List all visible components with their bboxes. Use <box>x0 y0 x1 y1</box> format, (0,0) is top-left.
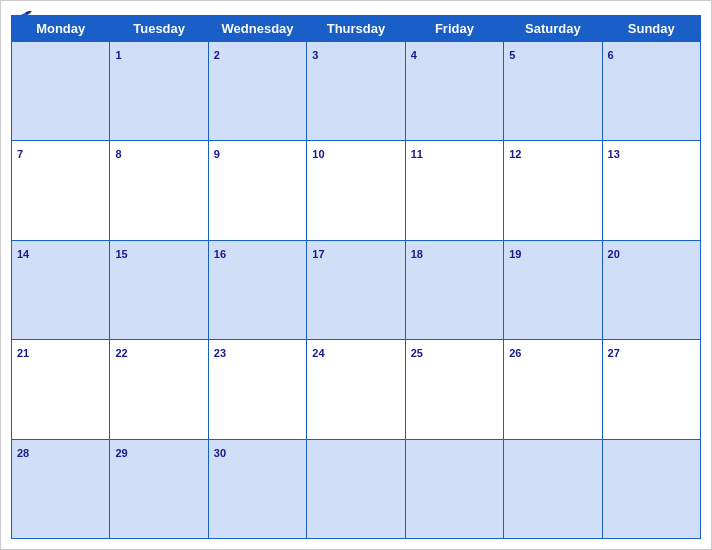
day-number: 14 <box>17 248 29 260</box>
logo-bird-icon <box>11 9 33 27</box>
day-header-thursday: Thursday <box>307 16 405 42</box>
day-number: 27 <box>608 347 620 359</box>
day-cell: 24 <box>307 340 405 439</box>
day-number: 21 <box>17 347 29 359</box>
day-cell: 15 <box>110 241 208 340</box>
day-number: 9 <box>214 148 220 160</box>
weeks-container: 1234567891011121314151617181920212223242… <box>12 42 701 539</box>
day-cell: 18 <box>406 241 504 340</box>
day-cell: 2 <box>209 42 307 141</box>
day-cell: 23 <box>209 340 307 439</box>
day-cell: 5 <box>504 42 602 141</box>
day-cell: 27 <box>603 340 701 439</box>
day-cell: 29 <box>110 440 208 539</box>
day-number: 18 <box>411 248 423 260</box>
day-cell <box>12 42 110 141</box>
day-number: 1 <box>115 49 121 61</box>
day-cell: 30 <box>209 440 307 539</box>
day-number: 23 <box>214 347 226 359</box>
day-headers: MondayTuesdayWednesdayThursdayFridaySatu… <box>12 16 701 42</box>
day-number: 8 <box>115 148 121 160</box>
day-header-wednesday: Wednesday <box>209 16 307 42</box>
day-number: 15 <box>115 248 127 260</box>
day-number: 26 <box>509 347 521 359</box>
day-header-friday: Friday <box>406 16 504 42</box>
day-cell: 13 <box>603 141 701 240</box>
day-number: 17 <box>312 248 324 260</box>
day-number: 5 <box>509 49 515 61</box>
day-cell: 19 <box>504 241 602 340</box>
day-cell: 25 <box>406 340 504 439</box>
calendar-container: MondayTuesdayWednesdayThursdayFridaySatu… <box>0 0 712 550</box>
day-number: 30 <box>214 447 226 459</box>
day-number: 3 <box>312 49 318 61</box>
day-cell: 16 <box>209 241 307 340</box>
day-number: 24 <box>312 347 324 359</box>
week-row-0: 123456 <box>12 42 701 141</box>
day-cell: 9 <box>209 141 307 240</box>
day-number: 29 <box>115 447 127 459</box>
day-number: 28 <box>17 447 29 459</box>
day-cell: 1 <box>110 42 208 141</box>
day-header-tuesday: Tuesday <box>110 16 208 42</box>
day-cell <box>603 440 701 539</box>
day-cell: 12 <box>504 141 602 240</box>
day-cell: 17 <box>307 241 405 340</box>
day-number: 6 <box>608 49 614 61</box>
day-number: 13 <box>608 148 620 160</box>
week-row-4: 282930 <box>12 440 701 539</box>
week-row-2: 14151617181920 <box>12 241 701 340</box>
day-cell: 22 <box>110 340 208 439</box>
day-number: 7 <box>17 148 23 160</box>
day-cell: 28 <box>12 440 110 539</box>
day-number: 25 <box>411 347 423 359</box>
day-cell: 14 <box>12 241 110 340</box>
day-number: 19 <box>509 248 521 260</box>
day-cell: 21 <box>12 340 110 439</box>
day-number: 2 <box>214 49 220 61</box>
day-number: 12 <box>509 148 521 160</box>
day-header-sunday: Sunday <box>603 16 701 42</box>
day-cell: 26 <box>504 340 602 439</box>
day-cell: 8 <box>110 141 208 240</box>
day-cell <box>504 440 602 539</box>
day-number: 11 <box>411 148 423 160</box>
day-number: 10 <box>312 148 324 160</box>
week-row-3: 21222324252627 <box>12 340 701 439</box>
day-number: 22 <box>115 347 127 359</box>
day-cell <box>307 440 405 539</box>
day-cell: 10 <box>307 141 405 240</box>
day-cell: 6 <box>603 42 701 141</box>
day-cell: 4 <box>406 42 504 141</box>
day-cell: 3 <box>307 42 405 141</box>
day-cell: 11 <box>406 141 504 240</box>
week-row-1: 78910111213 <box>12 141 701 240</box>
day-number: 4 <box>411 49 417 61</box>
day-cell: 7 <box>12 141 110 240</box>
day-header-saturday: Saturday <box>504 16 602 42</box>
day-cell: 20 <box>603 241 701 340</box>
logo-area <box>11 9 35 27</box>
day-number: 20 <box>608 248 620 260</box>
day-cell <box>406 440 504 539</box>
calendar-grid: MondayTuesdayWednesdayThursdayFridaySatu… <box>11 15 701 539</box>
day-number: 16 <box>214 248 226 260</box>
